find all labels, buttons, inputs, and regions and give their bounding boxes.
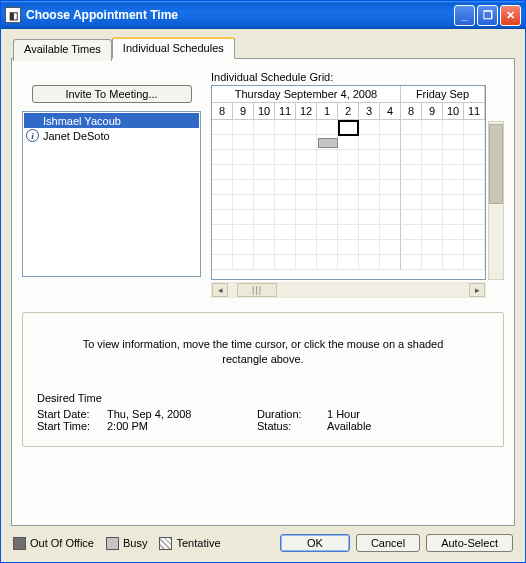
tab-available-times[interactable]: Available Times — [13, 39, 112, 61]
desired-time-title: Desired Time — [37, 392, 489, 404]
info-panel: To view information, move the time curso… — [22, 312, 504, 447]
hour-cell: 9 — [233, 103, 254, 119]
legend-out-of-office: Out Of Office — [30, 537, 94, 549]
person-name: Ishmael Yacoub — [43, 115, 121, 127]
window: ◧ Choose Appointment Time _ ❐ ✕ Availabl… — [0, 0, 526, 563]
auto-select-button[interactable]: Auto-Select — [426, 534, 513, 552]
start-date-value: Thu, Sep 4, 2008 — [107, 408, 257, 420]
day-header-fri: Friday Sep — [401, 86, 485, 102]
hour-cell: 10 — [443, 103, 464, 119]
hour-cell: 9 — [422, 103, 443, 119]
hour-cell: 11 — [275, 103, 296, 119]
hour-cell: 11 — [464, 103, 485, 119]
start-time-value: 2:00 PM — [107, 420, 257, 432]
hour-cell: 1 — [317, 103, 338, 119]
hour-cell: 2 — [338, 103, 359, 119]
tabs: Available Times Individual Schedules — [11, 37, 515, 59]
start-time-label: Start Time: — [37, 420, 107, 432]
tab-panel: Invite To Meeting... Ishmael Yacoub i Ja… — [11, 58, 515, 526]
close-button[interactable]: ✕ — [500, 5, 521, 26]
hour-cell: 8 — [401, 103, 422, 119]
legend-tentative: Tentative — [176, 537, 220, 549]
ok-button[interactable]: OK — [280, 534, 350, 552]
schedule-grid[interactable]: Thursday September 4, 2008 Friday Sep 8 … — [211, 85, 486, 280]
grid-body[interactable] — [212, 120, 485, 279]
hour-cell: 4 — [380, 103, 401, 119]
list-item[interactable]: Ishmael Yacoub — [24, 113, 199, 128]
hour-header-row: 8 9 10 11 12 1 2 3 4 8 — [212, 103, 485, 120]
person-name: Janet DeSoto — [43, 130, 110, 142]
status-value: Available — [327, 420, 371, 432]
people-list[interactable]: Ishmael Yacoub i Janet DeSoto — [22, 111, 201, 277]
maximize-button[interactable]: ❐ — [477, 5, 498, 26]
legend-busy: Busy — [123, 537, 147, 549]
grid-label: Individual Schedule Grid: — [211, 71, 504, 83]
blank-icon — [26, 114, 39, 127]
horizontal-scrollbar[interactable]: ◂ ||| ▸ — [211, 282, 486, 298]
busy-block[interactable] — [318, 138, 338, 148]
swatch-tentative — [159, 537, 172, 550]
titlebar[interactable]: ◧ Choose Appointment Time _ ❐ ✕ — [1, 1, 525, 29]
hour-cell: 3 — [359, 103, 380, 119]
hour-cell: 12 — [296, 103, 317, 119]
start-date-label: Start Date: — [37, 408, 107, 420]
window-title: Choose Appointment Time — [26, 8, 454, 22]
scroll-thumb[interactable] — [489, 124, 503, 204]
swatch-busy — [106, 537, 119, 550]
scroll-right-button[interactable]: ▸ — [469, 283, 485, 297]
minimize-button[interactable]: _ — [454, 5, 475, 26]
info-message: To view information, move the time curso… — [67, 337, 459, 368]
duration-label: Duration: — [257, 408, 327, 420]
info-icon: i — [26, 129, 39, 142]
hour-cell: 8 — [212, 103, 233, 119]
status-label: Status: — [257, 420, 327, 432]
day-header-thu: Thursday September 4, 2008 — [212, 86, 401, 102]
invite-to-meeting-button[interactable]: Invite To Meeting... — [32, 85, 192, 103]
swatch-out-of-office — [13, 537, 26, 550]
scroll-left-button[interactable]: ◂ — [212, 283, 228, 297]
duration-value: 1 Hour — [327, 408, 371, 420]
tab-individual-schedules[interactable]: Individual Schedules — [112, 37, 235, 59]
app-icon: ◧ — [5, 7, 21, 23]
cancel-button[interactable]: Cancel — [356, 534, 420, 552]
list-item[interactable]: i Janet DeSoto — [24, 128, 199, 143]
hour-cell: 10 — [254, 103, 275, 119]
scroll-thumb[interactable]: ||| — [237, 283, 277, 297]
vertical-scrollbar[interactable] — [488, 121, 504, 280]
legend-row: Out Of Office Busy Tentative OK Cancel A… — [11, 526, 515, 552]
